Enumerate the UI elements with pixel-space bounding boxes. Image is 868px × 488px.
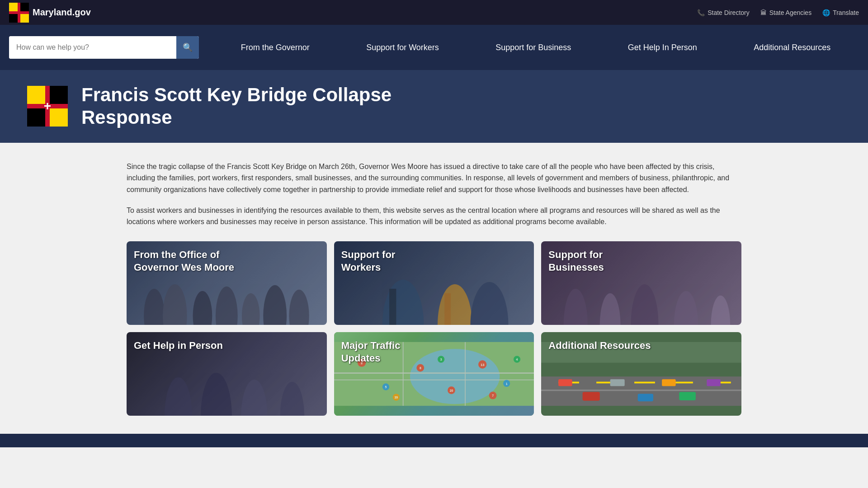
svg-text:4: 4 <box>516 358 518 361</box>
search-input[interactable] <box>9 36 176 59</box>
nav-from-governor[interactable]: From the Governor <box>236 39 315 56</box>
svg-text:13: 13 <box>481 362 484 366</box>
businesses-photo-bg <box>541 266 741 325</box>
help-photo-bg <box>127 357 327 416</box>
svg-point-3 <box>216 286 238 325</box>
svg-point-9 <box>470 282 508 325</box>
main-content: Since the tragic collapse of the Francis… <box>0 143 868 434</box>
svg-rect-11 <box>444 293 451 325</box>
card-governor-label: From the Office of Governor Wes Moore <box>134 249 234 274</box>
hero-flag-icon: + <box>27 86 68 127</box>
svg-rect-50 <box>541 389 741 391</box>
card-businesses[interactable]: Support for Businesses <box>541 241 741 325</box>
page-title: Francis Scott Key Bridge Collapse Respon… <box>81 84 392 129</box>
svg-point-0 <box>144 289 165 325</box>
maryland-flag-logo <box>9 3 29 23</box>
search-button[interactable]: 🔍 <box>176 36 199 59</box>
svg-text:5: 5 <box>385 385 387 389</box>
svg-point-4 <box>242 293 260 325</box>
svg-point-20 <box>280 382 304 416</box>
top-bar: Maryland.gov 📞 State Directory 🏛 State A… <box>0 0 868 25</box>
card-workers[interactable]: Support for Workers <box>334 241 534 325</box>
svg-rect-62 <box>707 379 721 386</box>
svg-point-17 <box>165 377 192 416</box>
svg-rect-56 <box>583 392 600 400</box>
svg-rect-57 <box>638 394 653 401</box>
cards-grid: From the Office of Governor Wes Moore Su… <box>127 241 741 416</box>
svg-point-6 <box>289 290 309 325</box>
card-resources[interactable]: Additional Resources <box>541 332 741 416</box>
card-workers-label: Support for Workers <box>341 249 396 274</box>
search-container[interactable]: 🔍 <box>9 36 199 59</box>
translate-link[interactable]: 🌐 Translate <box>822 9 859 16</box>
card-governor[interactable]: From the Office of Governor Wes Moore <box>127 241 327 325</box>
site-logo-text: Maryland.gov <box>33 7 91 18</box>
svg-rect-60 <box>610 379 625 386</box>
svg-rect-59 <box>558 379 572 386</box>
card-businesses-label: Support for Businesses <box>548 249 604 274</box>
svg-point-14 <box>631 284 659 325</box>
nav-get-help[interactable]: Get Help In Person <box>623 39 703 56</box>
card-help[interactable]: Get Help in Person <box>127 332 327 416</box>
svg-point-16 <box>711 296 731 325</box>
state-directory-link[interactable]: 📞 State Directory <box>697 9 750 16</box>
globe-icon: 🌐 <box>822 9 830 16</box>
svg-point-22 <box>410 349 500 404</box>
nav-support-workers[interactable]: Support for Workers <box>361 39 444 56</box>
search-icon: 🔍 <box>183 42 193 52</box>
svg-point-5 <box>263 285 287 325</box>
card-resources-label: Additional Resources <box>548 339 651 352</box>
card-traffic[interactable]: 2 5 8 3 13 1 7 39 20 <box>334 332 534 416</box>
nav-bar: 🔍 From the Governor Support for Workers … <box>0 25 868 70</box>
svg-point-13 <box>600 293 621 325</box>
card-help-label: Get Help in Person <box>134 339 223 352</box>
svg-text:39: 39 <box>394 396 398 399</box>
svg-rect-10 <box>389 289 396 325</box>
nav-links: From the Governor Support for Workers Su… <box>212 39 859 56</box>
phone-icon: 📞 <box>697 9 705 16</box>
hero-banner: + Francis Scott Key Bridge Collapse Resp… <box>0 70 868 143</box>
svg-point-12 <box>564 289 588 325</box>
card-traffic-label: Major Traffic Updates <box>341 339 401 365</box>
svg-point-15 <box>674 291 698 325</box>
governor-photo-bg <box>127 271 327 325</box>
svg-rect-61 <box>662 379 676 386</box>
svg-point-8 <box>438 284 472 325</box>
svg-point-1 <box>163 284 187 325</box>
svg-point-7 <box>382 280 424 325</box>
svg-point-19 <box>241 380 267 416</box>
svg-text:8: 8 <box>420 366 421 370</box>
svg-rect-53 <box>634 381 655 383</box>
svg-rect-58 <box>679 392 696 400</box>
nav-support-business[interactable]: Support for Business <box>490 39 576 56</box>
top-links: 📞 State Directory 🏛 State Agencies 🌐 Tra… <box>697 9 859 16</box>
intro-paragraph-1: Since the tragic collapse of the Francis… <box>127 161 741 196</box>
logo-area[interactable]: Maryland.gov <box>9 3 91 23</box>
svg-text:1: 1 <box>505 382 507 385</box>
svg-point-18 <box>201 373 232 416</box>
intro-paragraph-2: To assist workers and businesses in iden… <box>127 205 741 228</box>
svg-text:7: 7 <box>492 394 494 397</box>
svg-point-2 <box>193 291 212 325</box>
footer <box>0 434 868 447</box>
building-icon: 🏛 <box>760 9 767 16</box>
svg-text:3: 3 <box>440 358 442 361</box>
nav-additional-resources[interactable]: Additional Resources <box>748 39 836 56</box>
state-agencies-link[interactable]: 🏛 State Agencies <box>760 9 811 16</box>
svg-text:20: 20 <box>449 389 453 392</box>
